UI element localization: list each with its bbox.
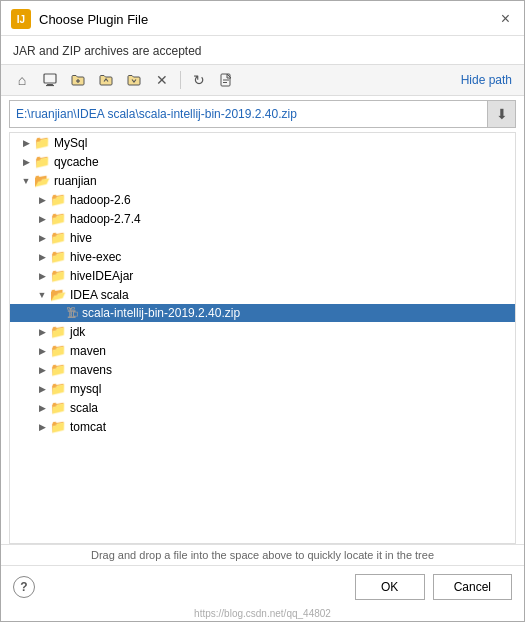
tree-item-jdk[interactable]: ▶ 📁 jdk [10, 322, 515, 341]
bottom-bar: ? OK Cancel [1, 565, 524, 608]
desktop-btn[interactable] [37, 68, 63, 92]
item-label: tomcat [70, 420, 106, 434]
folder-icon: 📁 [50, 381, 66, 396]
folder-open-icon: 📂 [34, 173, 50, 188]
tree-item-mysql-folder[interactable]: ▶ 📁 mysql [10, 379, 515, 398]
item-label: mysql [70, 382, 101, 396]
folder-icon: 📁 [50, 249, 66, 264]
item-label: hadoop-2.6 [70, 193, 131, 207]
dialog-title: Choose Plugin File [39, 12, 148, 27]
chevron-icon: ▶ [34, 271, 50, 281]
tree-item-mavens[interactable]: ▶ 📁 mavens [10, 360, 515, 379]
item-label: hive [70, 231, 92, 245]
home-btn[interactable]: ⌂ [9, 68, 35, 92]
zip-file-icon: 🗜 [66, 306, 78, 320]
separator-1 [180, 71, 181, 89]
chevron-icon: ▶ [34, 195, 50, 205]
hide-path-button[interactable]: Hide path [457, 71, 516, 89]
tree-item-qycache[interactable]: ▶ 📁 qycache [10, 152, 515, 171]
tree-item-scala[interactable]: ▶ 📁 scala [10, 398, 515, 417]
new-folder-btn[interactable] [65, 68, 91, 92]
chevron-icon: ▶ [34, 384, 50, 394]
toolbar: ⌂ ✕ ↻ Hide path [1, 64, 524, 96]
help-button[interactable]: ? [13, 576, 35, 598]
refresh-btn[interactable]: ↻ [186, 68, 212, 92]
chevron-icon: ▶ [34, 233, 50, 243]
folder-icon: 📁 [50, 362, 66, 377]
tree-item-tomcat[interactable]: ▶ 📁 tomcat [10, 417, 515, 436]
tree-item-maven[interactable]: ▶ 📁 maven [10, 341, 515, 360]
path-bar: ⬇ [9, 100, 516, 128]
item-label: ruanjian [54, 174, 97, 188]
tree-item-mysql[interactable]: ▶ 📁 MySql [10, 133, 515, 152]
chevron-icon: ▶ [34, 214, 50, 224]
expand-btn[interactable] [121, 68, 147, 92]
tree-item-hiveideajar[interactable]: ▶ 📁 hiveIDEAjar [10, 266, 515, 285]
dialog: IJ Choose Plugin File × JAR and ZIP arch… [0, 0, 525, 622]
chevron-icon: ▶ [18, 138, 34, 148]
folder-icon: 📁 [50, 211, 66, 226]
status-bar: Drag and drop a file into the space abov… [1, 544, 524, 565]
new-file-btn[interactable] [214, 68, 240, 92]
item-label: scala [70, 401, 98, 415]
parent-folder-btn[interactable] [93, 68, 119, 92]
item-label: jdk [70, 325, 85, 339]
folder-icon: 📁 [50, 343, 66, 358]
chevron-icon: ▶ [34, 346, 50, 356]
folder-icon: 📁 [50, 192, 66, 207]
folder-icon: 📁 [50, 324, 66, 339]
folder-icon: 📁 [34, 154, 50, 169]
item-label: IDEA scala [70, 288, 129, 302]
chevron-icon: ▼ [34, 290, 50, 300]
status-message: Drag and drop a file into the space abov… [91, 549, 434, 561]
path-input[interactable] [10, 103, 487, 125]
app-icon: IJ [11, 9, 31, 29]
chevron-icon: ▶ [34, 252, 50, 262]
item-label: mavens [70, 363, 112, 377]
folder-icon: 📁 [34, 135, 50, 150]
tree-item-hive[interactable]: ▶ 📁 hive [10, 228, 515, 247]
path-download-btn[interactable]: ⬇ [487, 101, 515, 127]
tree-item-scala-zip[interactable]: 🗜 scala-intellij-bin-2019.2.40.zip [10, 304, 515, 322]
dialog-subtitle: JAR and ZIP archives are accepted [1, 36, 524, 64]
folder-open-icon: 📂 [50, 287, 66, 302]
file-tree[interactable]: ▶ 📁 MySql ▶ 📁 qycache ▼ 📂 ruanjian ▶ 📁 h… [9, 132, 516, 544]
tree-item-idea-scala[interactable]: ▼ 📂 IDEA scala [10, 285, 515, 304]
chevron-icon: ▶ [34, 365, 50, 375]
svg-rect-0 [44, 74, 56, 83]
folder-icon: 📁 [50, 419, 66, 434]
chevron-icon: ▶ [34, 327, 50, 337]
chevron-icon: ▶ [18, 157, 34, 167]
close-button[interactable]: × [497, 9, 514, 29]
tree-item-hive-exec[interactable]: ▶ 📁 hive-exec [10, 247, 515, 266]
chevron-icon: ▶ [34, 403, 50, 413]
item-label: maven [70, 344, 106, 358]
item-label: hadoop-2.7.4 [70, 212, 141, 226]
ok-button[interactable]: OK [355, 574, 425, 600]
folder-icon: 📁 [50, 230, 66, 245]
folder-icon: 📁 [50, 268, 66, 283]
item-label: scala-intellij-bin-2019.2.40.zip [82, 306, 240, 320]
title-bar: IJ Choose Plugin File × [1, 1, 524, 36]
chevron-icon: ▶ [34, 422, 50, 432]
tree-item-ruanjian[interactable]: ▼ 📂 ruanjian [10, 171, 515, 190]
item-label: hiveIDEAjar [70, 269, 133, 283]
item-label: hive-exec [70, 250, 121, 264]
watermark: https://blog.csdn.net/qq_44802 [1, 608, 524, 621]
folder-icon: 📁 [50, 400, 66, 415]
delete-btn[interactable]: ✕ [149, 68, 175, 92]
item-label: qycache [54, 155, 99, 169]
tree-item-hadoop26[interactable]: ▶ 📁 hadoop-2.6 [10, 190, 515, 209]
cancel-button[interactable]: Cancel [433, 574, 512, 600]
tree-item-hadoop274[interactable]: ▶ 📁 hadoop-2.7.4 [10, 209, 515, 228]
item-label: MySql [54, 136, 87, 150]
chevron-icon: ▼ [18, 176, 34, 186]
